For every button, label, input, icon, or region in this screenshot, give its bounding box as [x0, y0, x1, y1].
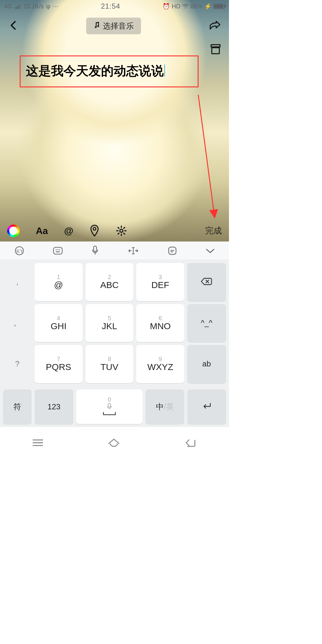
select-music-button[interactable]: 选择音乐 [86, 18, 141, 34]
hide-keyboard-button[interactable] [205, 248, 215, 254]
key-backspace[interactable] [187, 263, 226, 301]
text-content: 这是我今天发的动态说说 [26, 64, 164, 78]
ime-logo-button[interactable]: 讯飞 [14, 246, 24, 256]
color-picker-button[interactable] [7, 225, 20, 237]
svg-point-8 [93, 227, 96, 230]
editor-toolbar: Aa @ 完成 [0, 220, 229, 242]
text-input-highlight[interactable]: 这是我今天发的动态说说 [20, 55, 199, 87]
svg-rect-12 [53, 247, 62, 254]
svg-point-9 [120, 229, 123, 232]
key-3[interactable]: 3DEF [136, 263, 184, 301]
battery-icon [213, 4, 225, 9]
done-button[interactable]: 完成 [205, 225, 222, 236]
music-icon [93, 21, 100, 31]
key-7[interactable]: 7PQRS [35, 345, 83, 383]
svg-rect-1 [16, 6, 17, 9]
keyboard-mode-button[interactable] [53, 246, 63, 255]
network-label: 4G [4, 3, 12, 10]
header: 选择音乐 [0, 16, 229, 36]
mention-button[interactable]: @ [64, 225, 73, 236]
key-5[interactable]: 5JKL [86, 304, 134, 342]
key-8[interactable]: 8TUV [86, 345, 134, 383]
svg-rect-16 [56, 251, 60, 252]
key-9[interactable]: 9WXYZ [136, 345, 184, 383]
edit-cursor-button[interactable] [127, 246, 139, 255]
svg-rect-21 [108, 403, 111, 407]
speed-label: 15.1K/s [24, 3, 44, 10]
svg-rect-6 [212, 48, 219, 54]
backspace-icon [201, 277, 213, 287]
voice-button[interactable] [91, 246, 99, 256]
space-icon [103, 411, 116, 417]
nav-back-button[interactable] [184, 438, 197, 447]
key-emoji[interactable]: ^_^ [187, 304, 226, 342]
key-question[interactable]: ? [3, 345, 32, 383]
nav-bar [0, 428, 229, 458]
nav-menu-button[interactable] [32, 438, 44, 447]
svg-rect-3 [19, 4, 20, 9]
svg-rect-2 [18, 5, 18, 9]
alarm-icon: ⏰ [162, 3, 170, 10]
clock: 21:54 [59, 2, 162, 10]
key-comma[interactable]: , [3, 263, 32, 301]
more-icon: ⋯ [53, 3, 59, 10]
wifi-icon [182, 4, 189, 9]
template-button[interactable] [210, 44, 221, 56]
svg-rect-20 [170, 251, 173, 252]
key-language[interactable]: 中/英 [145, 389, 184, 424]
enter-icon [201, 402, 212, 411]
status-bar: 4G 15.1K/s ψ ⋯ 21:54 ⏰ HD 88% ⚡ [0, 0, 229, 13]
key-4[interactable]: 4GHI [35, 304, 83, 342]
battery-label: 88% [191, 3, 202, 10]
key-1[interactable]: 1@ [35, 263, 83, 301]
svg-point-14 [57, 249, 58, 250]
mic-icon [107, 402, 112, 411]
usb-icon: ψ [46, 3, 50, 10]
text-cursor [164, 64, 165, 76]
keyboard-bottom-row: 符 123 0 中/英 [0, 389, 229, 427]
key-space[interactable]: 0 [76, 389, 143, 424]
key-ab[interactable]: ab [187, 345, 226, 383]
signal-icon [15, 4, 21, 9]
hd-label: HD [172, 3, 180, 10]
key-2[interactable]: 2ABC [86, 263, 134, 301]
key-numbers[interactable]: 123 [35, 389, 73, 424]
svg-rect-5 [211, 45, 220, 47]
settings-button[interactable] [116, 225, 127, 236]
svg-point-13 [55, 249, 56, 250]
clipboard-button[interactable] [168, 246, 177, 256]
location-button[interactable] [89, 225, 100, 237]
nav-home-button[interactable] [107, 438, 120, 448]
charging-icon: ⚡ [204, 3, 212, 10]
svg-rect-17 [94, 246, 97, 251]
font-button[interactable]: Aa [36, 225, 48, 236]
key-period[interactable]: 。 [3, 304, 32, 342]
svg-rect-19 [170, 250, 174, 250]
svg-text:讯飞: 讯飞 [16, 249, 23, 253]
key-6[interactable]: 6MNO [136, 304, 184, 342]
music-label: 选择音乐 [103, 21, 134, 31]
svg-point-15 [59, 249, 60, 250]
key-symbols[interactable]: 符 [3, 389, 32, 424]
svg-rect-0 [15, 7, 16, 9]
share-button[interactable] [209, 19, 221, 32]
key-enter[interactable] [187, 389, 226, 424]
back-button[interactable] [8, 20, 18, 32]
svg-point-4 [185, 7, 186, 9]
keyboard-toolbar: 讯飞 [0, 242, 229, 260]
